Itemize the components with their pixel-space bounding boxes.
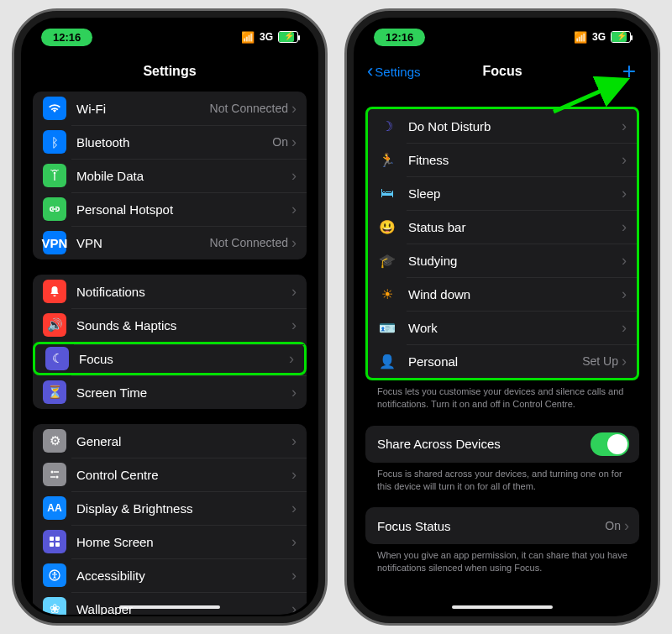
- sunset-icon: ☀: [378, 286, 396, 302]
- chevron-right-icon: ›: [291, 167, 297, 185]
- row-vpn[interactable]: VPN VPN Not Connected ›: [33, 226, 307, 259]
- chevron-right-icon: ›: [622, 218, 627, 236]
- row-work[interactable]: 🪪 Work ›: [368, 311, 637, 344]
- settings-group-notifications: Notifications › 🔊 Sounds & Haptics › ☾ F…: [33, 275, 307, 409]
- row-personal[interactable]: 👤 Personal Set Up ›: [368, 344, 637, 378]
- row-label: Mobile Data: [76, 169, 291, 183]
- chevron-right-icon: ›: [291, 500, 297, 517]
- network-label: 3G: [260, 31, 273, 43]
- chevron-right-icon: ›: [291, 600, 297, 616]
- status-time: 12:16: [41, 29, 92, 46]
- chevron-right-icon: ›: [624, 517, 629, 535]
- row-notifications[interactable]: Notifications ›: [33, 275, 307, 308]
- row-mobile-data[interactable]: Mobile Data ›: [33, 159, 307, 192]
- row-wifi[interactable]: Wi-Fi Not Connected ›: [33, 92, 307, 125]
- focus-modes-group: ☽ Do Not Disturb › 🏃 Fitness › 🛏 Sleep ›: [365, 107, 639, 380]
- status-bar: 12:16 📶 3G ⚡: [355, 19, 649, 55]
- network-label: 3G: [592, 31, 606, 43]
- row-label: Focus: [79, 352, 289, 366]
- chevron-right-icon: ›: [622, 319, 627, 337]
- plus-icon: +: [622, 58, 636, 84]
- home-indicator[interactable]: [452, 605, 553, 609]
- row-control-centre[interactable]: Control Centre ›: [33, 458, 307, 491]
- home-indicator[interactable]: [119, 605, 220, 609]
- chevron-right-icon: ›: [622, 286, 627, 303]
- row-general[interactable]: ⚙ General ›: [33, 424, 307, 458]
- grid-icon: [43, 530, 66, 553]
- svg-point-0: [54, 172, 56, 175]
- back-button[interactable]: ‹ Settings: [367, 60, 421, 82]
- row-label: Bluetooth: [76, 135, 272, 149]
- chevron-right-icon: ›: [622, 353, 627, 370]
- row-wind-down[interactable]: ☀ Wind down ›: [368, 277, 637, 311]
- back-label: Settings: [375, 65, 420, 79]
- row-bluetooth[interactable]: ᛒ Bluetooth On ›: [33, 125, 307, 159]
- status-bar: 12:16 📶 3G ⚡: [23, 19, 317, 55]
- speaker-icon: 🔊: [43, 313, 66, 337]
- phone-right: 12:16 📶 3G ⚡ ‹ Settings Focus +: [344, 8, 660, 626]
- chevron-right-icon: ›: [622, 252, 627, 270]
- svg-point-2: [56, 476, 59, 479]
- row-wallpaper[interactable]: ❀ Wallpaper ›: [33, 592, 307, 615]
- chevron-right-icon: ›: [291, 384, 297, 401]
- graduation-icon: 🎓: [378, 253, 396, 269]
- settings-group-connectivity: Wi-Fi Not Connected › ᛒ Bluetooth On › M…: [33, 92, 307, 259]
- signal-icon: 📶: [241, 31, 255, 44]
- wifi-icon: [43, 97, 66, 120]
- share-footer: Focus is shared across your devices, and…: [365, 463, 639, 493]
- row-display[interactable]: AA Display & Brightness ›: [33, 491, 307, 525]
- row-label: Display & Brightness: [76, 501, 291, 516]
- chevron-right-icon: ›: [291, 533, 297, 551]
- focus-modes-footer: Focus lets you customise your devices an…: [365, 380, 639, 411]
- row-label: Do Not Disturb: [408, 119, 622, 134]
- svg-rect-3: [50, 537, 54, 541]
- row-value: Set Up: [582, 354, 618, 368]
- row-label: Home Screen: [76, 535, 291, 549]
- row-fitness[interactable]: 🏃 Fitness ›: [368, 143, 637, 176]
- share-toggle[interactable]: [591, 432, 629, 456]
- svg-point-1: [51, 471, 54, 474]
- bell-icon: [43, 280, 66, 303]
- chevron-right-icon: ›: [622, 151, 627, 169]
- row-share-across-devices[interactable]: Share Across Devices: [365, 426, 639, 463]
- chevron-right-icon: ›: [291, 466, 297, 484]
- person-icon: 👤: [378, 354, 396, 369]
- moon-icon: ☾: [45, 347, 69, 370]
- chevron-left-icon: ‹: [367, 60, 373, 82]
- row-studying[interactable]: 🎓 Studying ›: [368, 244, 637, 277]
- row-screen-time[interactable]: ⏳ Screen Time ›: [33, 375, 307, 409]
- svg-rect-6: [55, 542, 60, 547]
- focus-status-group: Focus Status On ›: [365, 507, 639, 544]
- hourglass-icon: ⏳: [43, 380, 66, 404]
- row-label: VPN: [76, 236, 210, 250]
- row-label: Wi-Fi: [76, 102, 210, 116]
- moon-icon: ☽: [378, 118, 396, 134]
- accessibility-icon: [43, 563, 66, 587]
- phone-left: 12:16 📶 3G ⚡ Settings Wi-Fi Not Connecte…: [12, 8, 328, 626]
- row-status-bar[interactable]: 😃 Status bar ›: [368, 210, 637, 244]
- row-label: Studying: [408, 254, 622, 268]
- row-sounds[interactable]: 🔊 Sounds & Haptics ›: [33, 308, 307, 342]
- runner-icon: 🏃: [378, 152, 396, 168]
- row-accessibility[interactable]: Accessibility ›: [33, 558, 307, 592]
- chevron-right-icon: ›: [622, 185, 627, 202]
- row-label: Screen Time: [76, 385, 291, 400]
- row-sleep[interactable]: 🛏 Sleep ›: [368, 176, 637, 210]
- aa-icon: AA: [43, 496, 66, 520]
- row-home-screen[interactable]: Home Screen ›: [33, 525, 307, 558]
- row-label: General: [76, 434, 291, 448]
- row-focus[interactable]: ☾ Focus ›: [33, 342, 307, 375]
- row-dnd[interactable]: ☽ Do Not Disturb ›: [368, 109, 637, 143]
- battery-icon: ⚡: [278, 31, 298, 43]
- row-hotspot[interactable]: Personal Hotspot ›: [33, 192, 307, 226]
- antenna-icon: [43, 164, 66, 187]
- row-focus-status[interactable]: Focus Status On ›: [365, 507, 639, 544]
- chevron-right-icon: ›: [622, 118, 627, 135]
- row-label: Sleep: [408, 186, 622, 201]
- signal-icon: 📶: [574, 31, 587, 44]
- row-value: Not Connected: [210, 236, 288, 249]
- row-label: Wind down: [408, 287, 622, 301]
- wallpaper-icon: ❀: [43, 597, 66, 615]
- row-label: Notifications: [76, 285, 291, 299]
- focus-status-footer: When you give an app permission, it can …: [365, 544, 639, 574]
